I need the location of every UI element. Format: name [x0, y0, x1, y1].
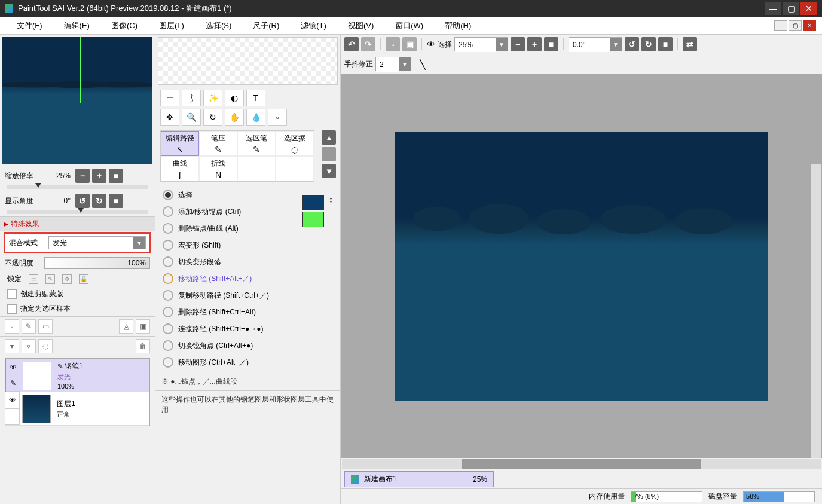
path-option[interactable]: 移动图形 (Ctrl+Alt+／) — [160, 354, 335, 371]
subtool-down-button[interactable]: ▾ — [322, 164, 336, 178]
lock-position-icon[interactable]: ✥ — [62, 274, 72, 284]
visibility-icon[interactable]: 👁 — [6, 359, 20, 375]
subtool-select-pen[interactable]: 选区笔✎ — [237, 131, 276, 156]
path-option[interactable]: 删除路径 (Shift+Ctrl+Alt) — [160, 304, 335, 320]
zoom-out-button[interactable]: − — [75, 169, 90, 183]
radio-icon[interactable] — [163, 256, 173, 267]
undo-button[interactable]: ↶ — [344, 37, 359, 51]
new-folder-button[interactable]: ▭ — [38, 319, 53, 334]
angle-slider[interactable] — [7, 210, 148, 214]
new-layer-button[interactable]: ▫ — [5, 319, 19, 334]
selection-sample-checkbox[interactable] — [7, 304, 17, 314]
radio-icon[interactable] — [163, 223, 173, 234]
zoom-reset-button[interactable]: ■ — [109, 169, 123, 183]
menu-filter[interactable]: 滤镜(T) — [290, 18, 337, 33]
marquee-tool[interactable]: ▭ — [160, 90, 179, 106]
path-option[interactable]: 切换锐角点 (Ctrl+Alt+●) — [160, 337, 335, 354]
shape-tool[interactable]: ◐ — [225, 90, 244, 106]
mask-button[interactable]: ▣ — [136, 319, 150, 334]
rotate-ccw-button[interactable]: ↺ — [75, 194, 90, 208]
vertical-scrollbar[interactable] — [811, 164, 821, 458]
menu-help[interactable]: 帮助(H) — [434, 18, 482, 33]
rotate-reset-button[interactable]: ■ — [109, 194, 123, 208]
move-tool[interactable]: ✥ — [160, 109, 179, 126]
layer-item[interactable]: 👁 图层1 正常 — [5, 392, 149, 426]
new-pen-layer-button[interactable]: ✎ — [22, 319, 36, 334]
subtool-curve[interactable]: 曲线∫ — [161, 156, 199, 181]
merge-down-button[interactable]: ▾ — [5, 339, 19, 353]
horizontal-scrollbar[interactable] — [342, 459, 821, 469]
visibility-icon[interactable]: 👁 — [5, 392, 19, 409]
menu-file[interactable]: 文件(F) — [6, 18, 53, 33]
subtool-scroll[interactable] — [322, 147, 336, 161]
subtool-up-button[interactable]: ▴ — [322, 130, 336, 145]
clear-button[interactable]: ◌ — [38, 339, 53, 353]
radio-icon[interactable] — [163, 357, 173, 368]
radio-icon[interactable] — [163, 240, 173, 251]
flip-h-button[interactable]: ⇄ — [683, 37, 697, 51]
toolbar-zoom-in[interactable]: + — [527, 37, 542, 51]
angle-input[interactable] — [569, 38, 610, 52]
zoom-slider[interactable] — [7, 185, 148, 189]
toolbar-rotate-reset[interactable]: ■ — [658, 37, 673, 51]
zoom-tool[interactable]: 🔍 — [182, 109, 201, 126]
document-tab[interactable]: 新建画布1 25% — [344, 471, 494, 487]
flatten-button[interactable]: ▿ — [22, 339, 36, 353]
radio-icon[interactable] — [163, 273, 173, 284]
zoom-input[interactable] — [455, 38, 496, 52]
menu-image[interactable]: 图像(C) — [100, 18, 148, 33]
lasso-tool[interactable]: ⟆ — [182, 90, 201, 106]
menu-edit[interactable]: 编辑(E) — [53, 18, 100, 33]
window-minimize-button[interactable]: — — [765, 2, 781, 15]
opacity-slider[interactable]: 100% — [44, 257, 150, 269]
menu-ruler[interactable]: 尺子(R) — [242, 18, 290, 33]
radio-icon[interactable] — [163, 206, 173, 217]
path-option[interactable]: 切换变形段落 — [160, 253, 335, 270]
subtool-polyline[interactable]: 折线N — [199, 156, 237, 181]
toolbar-rotate-cw[interactable]: ↻ — [641, 37, 656, 51]
window-close-button[interactable]: ✕ — [800, 2, 817, 15]
edit-icon[interactable] — [5, 409, 19, 426]
lock-none-icon[interactable]: ▭ — [29, 274, 38, 284]
chevron-down-icon[interactable]: ▼ — [399, 57, 411, 71]
lock-all-icon[interactable]: 🔒 — [79, 274, 88, 284]
wand-tool[interactable]: ✨ — [203, 90, 222, 106]
swap-colors-icon[interactable]: ↕ — [329, 195, 333, 204]
doc-close-button[interactable]: ✕ — [803, 20, 816, 31]
path-option[interactable]: 复制移动路径 (Shift+Ctrl+／) — [160, 287, 335, 304]
canvas-viewport[interactable] — [341, 74, 822, 458]
layer-item[interactable]: 👁 ✎ ✎钢笔1 发光 100% — [5, 359, 149, 392]
radio-icon[interactable] — [163, 323, 173, 334]
toolbar-zoom-out[interactable]: − — [511, 37, 525, 51]
deselect-button[interactable]: ▫ — [386, 37, 400, 51]
text-tool[interactable]: T — [246, 90, 265, 106]
toolbar-zoom-fit[interactable]: ■ — [544, 37, 558, 51]
menu-layer[interactable]: 图层(L) — [148, 18, 195, 33]
transparent-tool[interactable]: ▫ — [268, 109, 287, 126]
path-option[interactable]: 宏变形 (Shift) — [160, 237, 335, 253]
menu-window[interactable]: 窗口(W) — [384, 18, 434, 33]
toolbar-rotate-ccw[interactable]: ↺ — [625, 37, 639, 51]
redo-button[interactable]: ↷ — [361, 37, 375, 51]
pen-icon[interactable]: ✎ — [6, 375, 20, 392]
subtool-select-erase[interactable]: 选区擦◌ — [276, 131, 314, 156]
navigator-preview[interactable] — [2, 37, 152, 164]
radio-icon[interactable] — [163, 190, 173, 200]
radio-icon[interactable] — [163, 340, 173, 351]
window-maximize-button[interactable]: ▢ — [783, 2, 799, 15]
menu-view[interactable]: 视图(V) — [337, 18, 384, 33]
clip-mask-checkbox[interactable] — [7, 289, 17, 299]
path-option[interactable]: 移动路径 (Shift+Alt+／) — [160, 270, 335, 287]
transfer-button[interactable]: ◬ — [119, 319, 133, 334]
path-option[interactable]: 连接路径 (Shift+Ctrl+●→●) — [160, 320, 335, 337]
eyedropper-tool[interactable]: 💧 — [246, 109, 265, 126]
doc-maximize-button[interactable]: ▢ — [789, 20, 802, 31]
chevron-down-icon[interactable]: ▼ — [496, 38, 508, 51]
canvas-content[interactable] — [395, 132, 768, 401]
special-effects-header[interactable]: ▶ 特殊效果 — [0, 216, 155, 231]
menu-select[interactable]: 选择(S) — [195, 18, 242, 33]
subtool-pressure[interactable]: 笔压✎ — [199, 131, 237, 156]
secondary-color-swatch[interactable] — [302, 212, 324, 227]
shake-input[interactable] — [376, 57, 399, 72]
chevron-down-icon[interactable]: ▼ — [610, 38, 622, 51]
